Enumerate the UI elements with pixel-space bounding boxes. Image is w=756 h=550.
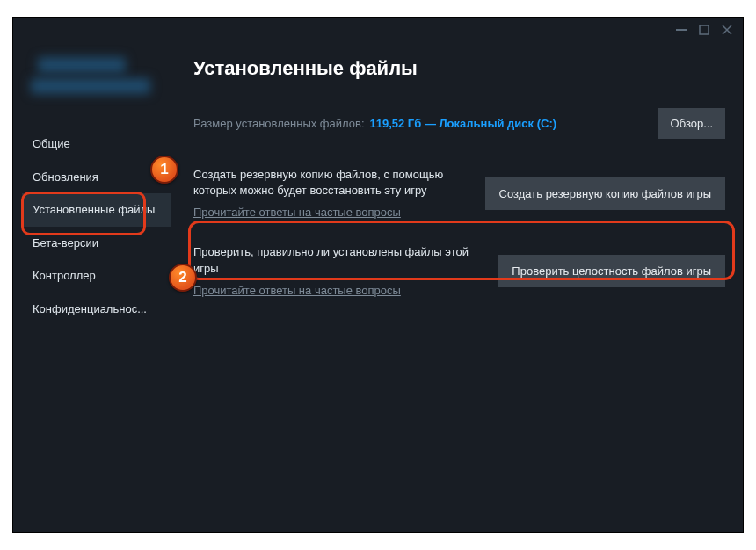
minimize-icon[interactable] — [676, 25, 687, 35]
verify-button[interactable]: Проверить целостность файлов игры — [498, 255, 725, 287]
backup-desc-block: Создать резервную копию файлов, с помощь… — [193, 167, 468, 220]
verify-desc-text: Проверить, правильно ли установлены файл… — [193, 244, 480, 276]
sidebar-item-label: Общие — [33, 137, 70, 150]
verify-desc-block: Проверить, правильно ли установлены файл… — [193, 244, 480, 297]
sidebar-item-controller[interactable]: Контроллер — [22, 259, 171, 293]
sidebar-item-label: Установленные файлы — [33, 203, 155, 216]
installed-size-value: 119,52 Гб — Локальный диск (C:) — [370, 117, 557, 130]
installed-size-label: Размер установленных файлов: — [193, 117, 365, 130]
sidebar-item-label: Конфиденциальнос... — [33, 302, 147, 315]
sidebar-item-privacy[interactable]: Конфиденциальнос... — [22, 293, 171, 326]
backup-desc-text: Создать резервную копию файлов, с помощь… — [193, 167, 468, 199]
window-controls — [676, 18, 743, 42]
close-icon[interactable] — [722, 25, 732, 35]
sidebar-item-general[interactable]: Общие — [22, 127, 171, 161]
maximize-icon[interactable] — [699, 25, 709, 35]
settings-window: Общие Обновления Установленные файлы Бет… — [12, 17, 744, 533]
sidebar-item-betas[interactable]: Бета-версии — [22, 227, 171, 260]
sidebar-item-label: Обновления — [33, 170, 98, 184]
sidebar-item-installed-files[interactable]: Установленные файлы — [22, 193, 171, 227]
sidebar-item-label: Бета-версии — [33, 236, 98, 250]
verify-row: Проверить, правильно ли установлены файл… — [193, 244, 725, 297]
installed-size-row: Размер установленных файлов: 119,52 Гб —… — [193, 108, 725, 139]
settings-sidebar: Общие Обновления Установленные файлы Бет… — [22, 127, 171, 325]
svg-rect-1 — [700, 25, 709, 34]
browse-button[interactable]: Обзор... — [658, 108, 725, 139]
backup-button[interactable]: Создать резервную копию файлов игры — [485, 177, 725, 210]
sidebar-item-label: Контроллер — [33, 269, 96, 282]
verify-faq-link[interactable]: Прочитайте ответы на частые вопросы — [193, 284, 401, 297]
sidebar-item-updates[interactable]: Обновления — [22, 161, 171, 194]
page-title: Установленные файлы — [193, 57, 725, 80]
backup-row: Создать резервную копию файлов, с помощь… — [193, 167, 725, 220]
game-title-blurred — [27, 57, 150, 101]
content-panel: Установленные файлы Размер установленных… — [193, 57, 725, 322]
backup-faq-link[interactable]: Прочитайте ответы на частые вопросы — [193, 206, 401, 219]
